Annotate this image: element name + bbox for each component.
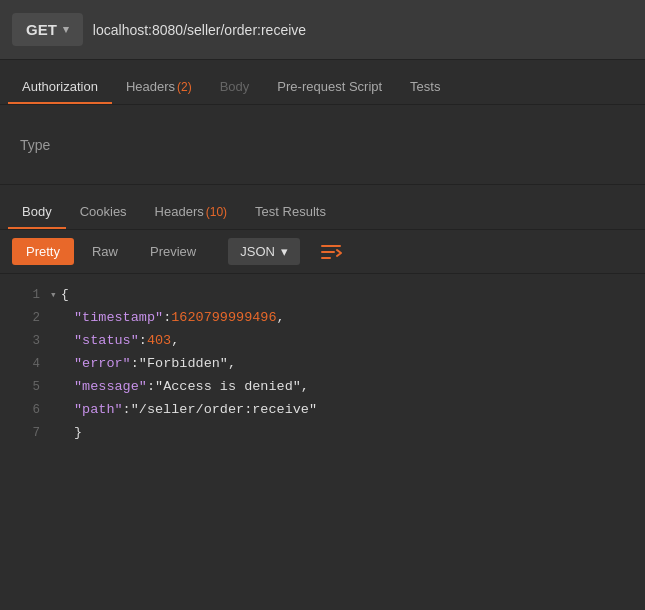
- tab-tests[interactable]: Tests: [396, 69, 454, 104]
- method-button[interactable]: GET ▾: [12, 13, 83, 46]
- response-tabs: Body Cookies Headers(10) Test Results: [0, 185, 645, 230]
- tab-test-results[interactable]: Test Results: [241, 194, 340, 229]
- preview-button[interactable]: Preview: [136, 238, 210, 265]
- pretty-button[interactable]: Pretty: [12, 238, 74, 265]
- request-tabs: Authorization Headers(2) Body Pre-reques…: [0, 60, 645, 105]
- code-line-3: 3 "status": 403,: [0, 330, 645, 353]
- code-line-6: 6 "path": "/seller/order:receive": [0, 399, 645, 422]
- code-area: 1 ▾ { 2 "timestamp": 1620799999496, 3 "s…: [0, 274, 645, 455]
- type-label: Type: [20, 137, 50, 153]
- url-bar: GET ▾: [0, 0, 645, 60]
- url-input[interactable]: [93, 22, 633, 38]
- format-bar: Pretty Raw Preview JSON ▾: [0, 230, 645, 274]
- wrap-button[interactable]: [312, 239, 350, 265]
- raw-button[interactable]: Raw: [78, 238, 132, 265]
- tab-authorization[interactable]: Authorization: [8, 69, 112, 104]
- svg-rect-1: [321, 251, 335, 253]
- tab-body-req: Body: [206, 69, 264, 104]
- collapse-toggle[interactable]: ▾: [50, 286, 57, 305]
- code-line-7: 7 }: [0, 422, 645, 445]
- tab-body-resp[interactable]: Body: [8, 194, 66, 229]
- tab-cookies[interactable]: Cookies: [66, 194, 141, 229]
- code-line-5: 5 "message": "Access is denied",: [0, 376, 645, 399]
- svg-rect-2: [321, 257, 331, 259]
- chevron-down-icon: ▾: [63, 23, 69, 36]
- code-line-2: 2 "timestamp": 1620799999496,: [0, 307, 645, 330]
- tab-resp-headers[interactable]: Headers(10): [141, 194, 241, 229]
- chevron-down-icon: ▾: [281, 244, 288, 259]
- svg-rect-0: [321, 245, 341, 247]
- auth-section: Type: [0, 105, 645, 185]
- code-line-4: 4 "error": "Forbidden",: [0, 353, 645, 376]
- code-line-1: 1 ▾ {: [0, 284, 645, 307]
- method-label: GET: [26, 21, 57, 38]
- json-format-button[interactable]: JSON ▾: [228, 238, 300, 265]
- tab-prerequest[interactable]: Pre-request Script: [263, 69, 396, 104]
- tab-headers[interactable]: Headers(2): [112, 69, 206, 104]
